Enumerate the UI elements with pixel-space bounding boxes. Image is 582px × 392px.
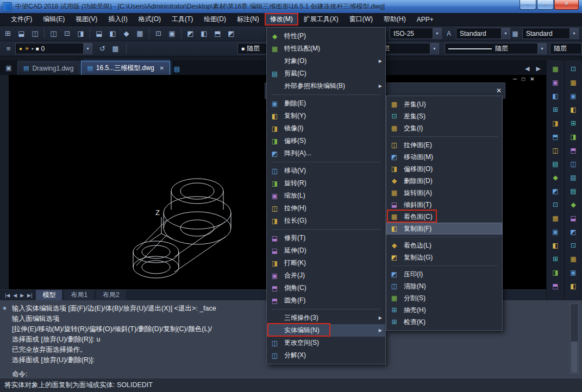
inner-tool-17-icon[interactable]: ⬒ bbox=[550, 280, 561, 292]
dimstyle-combo[interactable]: ISO-25 ▼ bbox=[390, 28, 442, 39]
modify-menu-item-3[interactable]: 对象(O)▶ bbox=[267, 55, 385, 67]
solidedit-menu-item-3[interactable]: ▦交集(I) bbox=[386, 122, 502, 134]
save-icon[interactable]: ◫ bbox=[29, 27, 41, 40]
scrollbar-thumb[interactable] bbox=[571, 342, 578, 373]
inner-tool-14-icon[interactable]: ◧ bbox=[550, 239, 561, 251]
outer-tool-11-icon[interactable]: ◆ bbox=[568, 199, 579, 210]
inner-tool-16-icon[interactable]: ◨ bbox=[550, 267, 561, 278]
cut-icon[interactable]: ⬓ bbox=[93, 27, 105, 40]
mdi-restore-icon[interactable]: □ bbox=[522, 76, 525, 82]
undo-icon[interactable]: ⊡ bbox=[152, 27, 165, 40]
tab-menu-icon[interactable]: ▣ bbox=[2, 62, 15, 74]
outer-tool-14-icon[interactable]: ⊡ bbox=[568, 239, 579, 251]
inner-tool-8-icon[interactable]: ▤ bbox=[550, 158, 561, 169]
menubar-item-10[interactable]: 扩展工具(X) bbox=[298, 13, 344, 26]
layout2-tab[interactable]: 布局2 bbox=[96, 290, 126, 300]
solidedit-menu-item-17[interactable]: ◩压印(I) bbox=[386, 268, 502, 280]
modify-menu-item-4[interactable]: ▤剪裁(C) bbox=[267, 67, 385, 80]
layout-nav-button-4[interactable]: ▶| bbox=[26, 293, 34, 298]
modify-menu-item-14[interactable]: ◨旋转(R) bbox=[267, 177, 385, 189]
modify-menu-item-11[interactable]: ◩阵列(A)... bbox=[267, 147, 385, 160]
minimize-button[interactable]: ─ bbox=[520, 0, 536, 10]
solidedit-menu-item-6[interactable]: ◩移动面(M) bbox=[386, 151, 502, 163]
match-properties-icon[interactable]: ▦ bbox=[134, 27, 146, 40]
modify-menu-item-1[interactable]: ◆特性(P) bbox=[267, 30, 385, 42]
new-drawing-tab-icon[interactable]: ▤ bbox=[174, 65, 180, 73]
menubar-item-12[interactable]: 帮助(H) bbox=[378, 13, 411, 26]
menubar-item-9[interactable]: 修改(M) bbox=[265, 13, 298, 26]
inner-tool-9-icon[interactable]: ◆ bbox=[550, 172, 561, 183]
modify-menu-item-7[interactable]: ▣删除(E) bbox=[267, 97, 385, 110]
solidedit-menu-item-9[interactable]: ▦旋转面(A) bbox=[386, 187, 502, 199]
modify-menu-item-9[interactable]: ◨镜像(I) bbox=[267, 122, 385, 135]
menubar-item-8[interactable]: 标注(N) bbox=[231, 13, 265, 26]
outer-tool-1-icon[interactable]: ⊡ bbox=[568, 63, 579, 74]
outer-tool-2-icon[interactable]: ▦ bbox=[568, 77, 579, 88]
scroll-tabs-right-icon[interactable]: ▶ bbox=[536, 65, 541, 72]
layout-nav-button-3[interactable]: ▶ bbox=[18, 293, 26, 298]
outer-tool-7-icon[interactable]: ⬒ bbox=[568, 144, 579, 156]
solidedit-menu-item-18[interactable]: ◫清除(N) bbox=[386, 280, 502, 292]
plot-preview-icon[interactable]: ⊡ bbox=[61, 27, 73, 40]
open-icon[interactable]: ⬓ bbox=[15, 27, 28, 40]
outer-tool-9-icon[interactable]: ▤ bbox=[568, 172, 579, 183]
modify-menu-item-17[interactable]: ◨拉长(G) bbox=[267, 214, 385, 227]
solidedit-menu-item-20[interactable]: ⊞抽壳(H) bbox=[386, 304, 502, 316]
inner-tool-13-icon[interactable]: ▣ bbox=[550, 226, 561, 237]
plotstyle-combo[interactable]: 随层 bbox=[550, 43, 582, 54]
doc-tab-current[interactable]: ▤ 16.5...三维模型.dwg ✕ bbox=[81, 61, 170, 75]
outer-tool-8-icon[interactable]: ◫ bbox=[568, 158, 579, 169]
menubar-item-3[interactable]: 视图(V) bbox=[70, 13, 103, 26]
modify-menu-item-27[interactable]: 实体编辑(N)▶ bbox=[267, 324, 385, 337]
modify-menu-item-26[interactable]: 三维操作(3)▶ bbox=[267, 312, 385, 324]
solidedit-menu-item-11[interactable]: ▦着色面(C) bbox=[386, 211, 502, 223]
menubar-item-13[interactable]: APP+ bbox=[411, 13, 439, 26]
inner-tool-1-icon[interactable]: ▦ bbox=[550, 63, 561, 74]
menubar-item-2[interactable]: 编辑(E) bbox=[37, 13, 70, 26]
new-icon[interactable]: ⊞ bbox=[2, 27, 14, 40]
layer-combo[interactable]: ● ☀ ▪ ■ 0 ▼ bbox=[15, 43, 92, 54]
solidedit-menu-item-19[interactable]: ▦分割(S) bbox=[386, 292, 502, 304]
inner-tool-6-icon[interactable]: ⬒ bbox=[550, 131, 561, 142]
menubar-item-4[interactable]: 插入(I) bbox=[103, 13, 133, 26]
paste-icon[interactable]: ◆ bbox=[120, 27, 133, 40]
menubar-item-7[interactable]: 绘图(D) bbox=[198, 13, 231, 26]
solidedit-menu-item-2[interactable]: ⊡差集(S) bbox=[386, 110, 502, 122]
menubar-item-6[interactable]: 工具(T) bbox=[166, 13, 198, 26]
menubar-item-5[interactable]: 格式(O) bbox=[133, 13, 166, 26]
outer-tool-17-icon[interactable]: ◧ bbox=[568, 280, 579, 292]
layer-states-icon[interactable]: ▦ bbox=[109, 42, 122, 55]
solidedit-menu-item-7[interactable]: ◨偏移面(O) bbox=[386, 163, 502, 175]
mdi-close-icon[interactable]: ✕ bbox=[530, 76, 534, 82]
modify-menu-item-28[interactable]: ◫更改空间(S) bbox=[267, 337, 385, 349]
solidedit-menu-item-5[interactable]: ◫拉伸面(E) bbox=[386, 139, 502, 151]
modify-menu-item-13[interactable]: ◫移动(V) bbox=[267, 165, 385, 177]
menubar-item-11[interactable]: 窗口(W) bbox=[344, 13, 378, 26]
tablestyle-combo[interactable]: Standard ▼ bbox=[522, 28, 579, 39]
zoom-realtime-icon[interactable]: ◧ bbox=[198, 27, 210, 40]
solidedit-menu-item-21[interactable]: ⊞检查(K) bbox=[386, 316, 502, 328]
solidedit-menu-item-12[interactable]: ◧复制面(F) bbox=[386, 223, 502, 235]
menubar-item-1[interactable]: 文件(F) bbox=[5, 13, 37, 26]
outer-tool-16-icon[interactable]: ▣ bbox=[568, 267, 579, 278]
textstyle-combo[interactable]: Standard ▼ bbox=[456, 28, 510, 39]
doc-tab-drawing1[interactable]: ▤ Drawing1.dwg bbox=[17, 61, 79, 75]
command-scrollbar[interactable] bbox=[570, 304, 579, 374]
inner-tool-2-icon[interactable]: ▣ bbox=[550, 77, 561, 88]
inner-tool-5-icon[interactable]: ◨ bbox=[550, 117, 561, 129]
layout-nav-button-2[interactable]: ◀ bbox=[11, 293, 18, 298]
inner-tool-12-icon[interactable]: ▦ bbox=[550, 212, 561, 224]
solidedit-menu-item-14[interactable]: ◆着色边(L) bbox=[386, 239, 502, 251]
publish-icon[interactable]: ◨ bbox=[74, 27, 87, 40]
modify-menu-item-2[interactable]: ▦特性匹配(M) bbox=[267, 42, 385, 55]
outer-tool-5-icon[interactable]: ⊞ bbox=[568, 117, 579, 129]
modify-menu-item-16[interactable]: ◫拉伸(H) bbox=[267, 202, 385, 214]
modify-menu-item-5[interactable]: 外部参照和块编辑(B)▶ bbox=[267, 80, 385, 92]
outer-tool-3-icon[interactable]: ▣ bbox=[568, 90, 579, 102]
layer-previous-icon[interactable]: ↺ bbox=[96, 42, 109, 55]
layer-properties-icon[interactable]: ≡ bbox=[2, 42, 15, 55]
model-tab[interactable]: 模型 bbox=[36, 290, 62, 300]
layout-nav-button-1[interactable]: |◀ bbox=[3, 293, 11, 298]
modify-menu-item-29[interactable]: ◫分解(X) bbox=[267, 349, 385, 362]
modify-menu-item-22[interactable]: ▣合并(J) bbox=[267, 269, 385, 282]
